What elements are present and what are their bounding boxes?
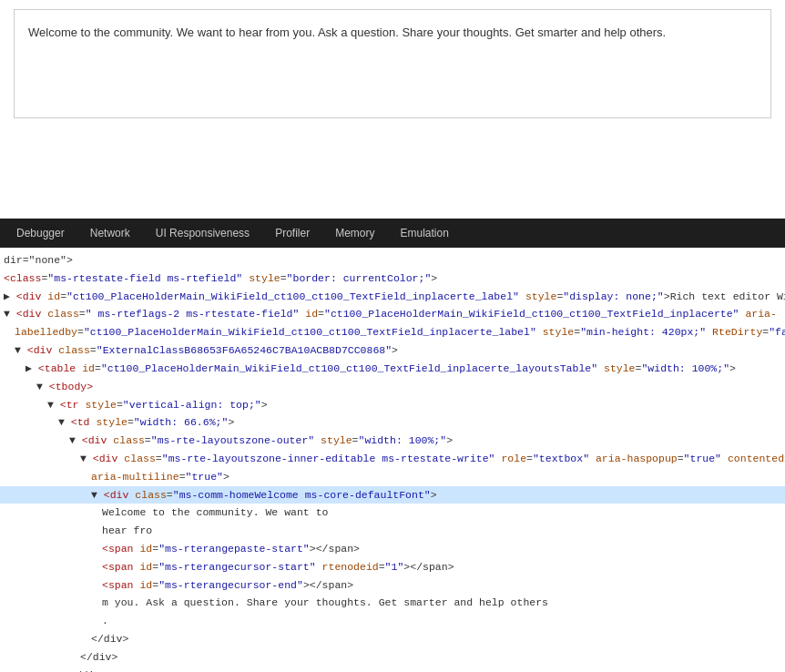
dom-line[interactable]: .	[0, 612, 785, 630]
dom-line[interactable]: ▼ <div class=" ms-rteflags-2 ms-rtestate…	[0, 305, 785, 323]
dom-line[interactable]: labelledby="ct100_PlaceHolderMain_WikiFi…	[0, 323, 785, 341]
dom-line[interactable]: hear fro	[0, 522, 785, 540]
line-content: dir="none">	[4, 254, 73, 266]
line-content: <span id="ms-rterangepaste-start"></span…	[102, 543, 360, 555]
line-content: </div>	[91, 633, 128, 645]
dom-line[interactable]: </div>	[0, 630, 785, 648]
dom-line[interactable]: <span id="ms-rterangecursor-start" rteno…	[0, 558, 785, 576]
spacer	[0, 127, 785, 219]
line-content: ▼ <div class="ms-rte-layoutszone-outer" …	[69, 434, 453, 446]
line-content: ▼ <tr style="vertical-align: top;">	[47, 399, 268, 411]
dom-line[interactable]: ▶ <table id="ct100_PlaceHolderMain_WikiF…	[0, 360, 785, 378]
dom-line[interactable]: ▼ <td style="width: 66.6%;">	[0, 413, 785, 432]
line-content: ▼ <div class="ms-rte-layoutszone-inner-e…	[80, 453, 785, 464]
line-content: <span id="ms-rterangecursor-start" rteno…	[102, 561, 454, 573]
dom-line[interactable]: ▼ <tbody>	[0, 378, 785, 396]
tab-ui-responsiveness[interactable]: UI Responsiveness	[143, 219, 262, 248]
dom-line[interactable]: ▼ <tr style="vertical-align: top;">	[0, 396, 785, 414]
tab-debugger[interactable]: Debugger	[4, 219, 77, 248]
line-content: labelledby="ct100_PlaceHolderMain_WikiFi…	[15, 326, 785, 338]
dom-line[interactable]: <span id="ms-rterangecursor-end"></span>	[0, 576, 785, 595]
line-content: m you. Ask a question. Share your though…	[102, 596, 548, 608]
dom-line[interactable]: </div>	[0, 667, 785, 672]
dom-line[interactable]: </div>	[0, 648, 785, 667]
devtools-toolbar: Debugger Network UI Responsiveness Profi…	[0, 219, 785, 248]
tab-profiler[interactable]: Profiler	[262, 219, 322, 248]
line-content: </div>	[80, 651, 117, 663]
dom-line[interactable]: <span id="ms-rterangepaste-start"></span…	[0, 540, 785, 558]
dom-line[interactable]: ▼ <div class="ExternalClassB68653F6A6524…	[0, 341, 785, 360]
dom-line[interactable]: ▼ <div class="ms-comm-homeWelcome ms-cor…	[0, 486, 785, 504]
line-content: ▼ <div class="ms-comm-homeWelcome ms-cor…	[91, 489, 437, 501]
line-content: ▼ <div class=" ms-rteflags-2 ms-rtestate…	[4, 308, 777, 320]
line-content: ▼ <td style="width: 66.6%;">	[58, 416, 234, 428]
dom-inspector: dir="none"><class="ms-rtestate-field ms-…	[0, 248, 785, 672]
tab-memory[interactable]: Memory	[322, 219, 387, 248]
line-content: ▶ <table id="ct100_PlaceHolderMain_WikiF…	[25, 362, 736, 374]
line-content: aria-multiline="true">	[91, 471, 229, 483]
dom-line[interactable]: ▶ <div id="ct100_PlaceHolderMain_WikiFie…	[0, 288, 785, 306]
line-content: Welcome to the community. We want to	[102, 506, 328, 518]
preview-text: Welcome to the community. We want to hea…	[28, 25, 666, 39]
dom-line[interactable]: ▼ <div class="ms-rte-layoutszone-inner-e…	[0, 450, 785, 468]
line-content: ▼ <tbody>	[36, 381, 93, 392]
line-content: <span id="ms-rterangecursor-end"></span>	[102, 579, 353, 591]
dom-line[interactable]: aria-multiline="true">	[0, 468, 785, 486]
tab-emulation[interactable]: Emulation	[387, 219, 461, 248]
dom-line[interactable]: m you. Ask a question. Share your though…	[0, 594, 785, 612]
line-content: hear fro	[102, 524, 152, 536]
tab-network[interactable]: Network	[77, 219, 143, 248]
dom-line[interactable]: <class="ms-rtestate-field ms-rtefield" s…	[0, 270, 785, 288]
line-content: ▼ <div class="ExternalClassB68653F6A6524…	[15, 344, 398, 356]
line-content: .	[102, 615, 108, 626]
line-content: ▶ <div id="ct100_PlaceHolderMain_WikiFie…	[4, 290, 785, 302]
preview-area: Welcome to the community. We want to hea…	[14, 9, 771, 118]
line-content: <class="ms-rtestate-field ms-rtefield" s…	[4, 272, 437, 284]
dom-line[interactable]: ▼ <div class="ms-rte-layoutszone-outer" …	[0, 432, 785, 450]
dom-line[interactable]: Welcome to the community. We want to	[0, 504, 785, 522]
dom-line[interactable]: dir="none">	[0, 251, 785, 270]
